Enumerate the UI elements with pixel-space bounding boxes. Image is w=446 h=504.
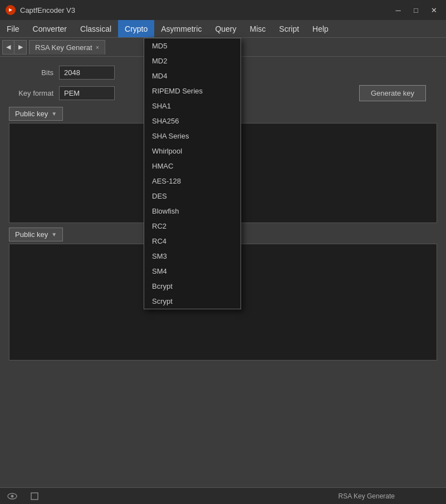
dropdown-item-blowfish[interactable]: Blowfish bbox=[144, 204, 241, 219]
tab-label: RSA Key Generat bbox=[35, 43, 92, 52]
generate-key-button[interactable]: Generate key bbox=[359, 85, 426, 101]
minimize-button[interactable]: ─ bbox=[391, 4, 405, 16]
crypto-dropdown-menu: MD5 MD2 MD4 RIPEMD Series SHA1 SHA256 SH… bbox=[144, 38, 241, 309]
dropdown-item-sm4[interactable]: SM4 bbox=[144, 264, 241, 279]
menu-misc[interactable]: Misc bbox=[243, 20, 273, 37]
menu-help[interactable]: Help bbox=[306, 20, 335, 37]
svg-rect-3 bbox=[31, 493, 38, 500]
window-controls: ─ □ ✕ bbox=[391, 4, 440, 16]
public-key-label-2: Public key bbox=[15, 230, 48, 239]
app-icon bbox=[6, 5, 16, 15]
menu-bar: File Converter Classical Crypto Asymmetr… bbox=[0, 20, 446, 38]
status-icon-eye bbox=[7, 491, 18, 502]
dropdown-item-sha256[interactable]: SHA256 bbox=[144, 113, 241, 129]
dropdown-item-md2[interactable]: MD2 bbox=[144, 53, 241, 68]
dropdown-item-hmac[interactable]: HMAC bbox=[144, 159, 241, 174]
status-icon-square bbox=[29, 491, 40, 502]
maximize-button[interactable]: □ bbox=[409, 4, 423, 16]
dropdown-item-rc4[interactable]: RC4 bbox=[144, 234, 241, 249]
menu-asymmetric[interactable]: Asymmetric bbox=[154, 20, 208, 37]
app-title: CaptfEncoder V3 bbox=[20, 6, 391, 14]
bits-input[interactable] bbox=[59, 66, 115, 80]
dropdown-item-sha-series[interactable]: SHA Series bbox=[144, 129, 241, 144]
dropdown-item-bcrypt[interactable]: Bcrypt bbox=[144, 279, 241, 294]
dropdown-item-md4[interactable]: MD4 bbox=[144, 68, 241, 83]
close-button[interactable]: ✕ bbox=[427, 4, 440, 16]
dropdown-item-rc2[interactable]: RC2 bbox=[144, 219, 241, 234]
title-bar: CaptfEncoder V3 ─ □ ✕ bbox=[0, 0, 446, 20]
svg-point-2 bbox=[11, 495, 14, 497]
status-icons bbox=[7, 491, 40, 502]
key-format-label: Key format bbox=[9, 89, 53, 97]
tab-next-button[interactable]: ▶ bbox=[14, 40, 27, 55]
dropdown-item-whirlpool[interactable]: Whirlpool bbox=[144, 144, 241, 159]
tab-close-button[interactable]: × bbox=[96, 44, 99, 51]
public-key-arrow-1: ▼ bbox=[51, 111, 57, 117]
public-key-arrow-2: ▼ bbox=[51, 231, 57, 238]
tab-prev-button[interactable]: ◀ bbox=[2, 40, 14, 55]
status-text: RSA Key Generate bbox=[339, 492, 395, 500]
status-bar: RSA Key Generate bbox=[0, 487, 446, 504]
dropdown-item-des[interactable]: DES bbox=[144, 189, 241, 204]
menu-classical[interactable]: Classical bbox=[73, 20, 118, 37]
tab-rsa-key-generate[interactable]: RSA Key Generat × bbox=[29, 40, 105, 55]
menu-crypto[interactable]: Crypto bbox=[118, 20, 154, 37]
bits-label: Bits bbox=[9, 68, 53, 77]
public-key-dropdown-2[interactable]: Public key ▼ bbox=[9, 228, 63, 241]
dropdown-item-scrypt[interactable]: Scrypt bbox=[144, 294, 241, 309]
public-key-dropdown-1[interactable]: Public key ▼ bbox=[9, 107, 63, 121]
public-key-label-1: Public key bbox=[15, 110, 48, 118]
key-format-input[interactable] bbox=[59, 86, 115, 100]
menu-query[interactable]: Query bbox=[208, 20, 243, 37]
dropdown-item-md5[interactable]: MD5 bbox=[144, 38, 241, 53]
menu-file[interactable]: File bbox=[0, 20, 26, 37]
menu-script[interactable]: Script bbox=[272, 20, 306, 37]
dropdown-item-aes128[interactable]: AES-128 bbox=[144, 174, 241, 189]
menu-converter[interactable]: Converter bbox=[26, 20, 73, 37]
dropdown-item-sha1[interactable]: SHA1 bbox=[144, 98, 241, 113]
dropdown-item-sm3[interactable]: SM3 bbox=[144, 249, 241, 264]
dropdown-item-ripemd[interactable]: RIPEMD Series bbox=[144, 83, 241, 98]
